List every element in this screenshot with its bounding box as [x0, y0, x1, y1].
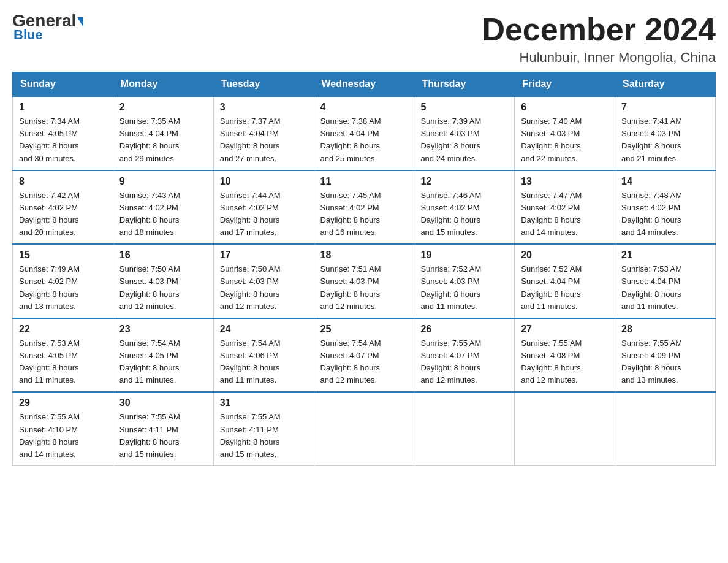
- day-info: Sunrise: 7:54 AM Sunset: 4:07 PM Dayligh…: [320, 337, 408, 387]
- calendar-week-row: 15Sunrise: 7:49 AM Sunset: 4:02 PM Dayli…: [13, 244, 716, 318]
- table-row: 14Sunrise: 7:48 AM Sunset: 4:02 PM Dayli…: [615, 170, 716, 245]
- day-number: 5: [420, 102, 508, 113]
- table-row: 23Sunrise: 7:54 AM Sunset: 4:05 PM Dayli…: [113, 318, 213, 393]
- day-info: Sunrise: 7:41 AM Sunset: 4:03 PM Dayligh…: [621, 115, 709, 165]
- location-subtitle: Hulunbuir, Inner Mongolia, China: [482, 50, 716, 66]
- table-row: [414, 392, 515, 465]
- day-info: Sunrise: 7:55 AM Sunset: 4:11 PM Dayligh…: [220, 411, 308, 461]
- day-number: 29: [19, 397, 107, 408]
- day-info: Sunrise: 7:50 AM Sunset: 4:03 PM Dayligh…: [119, 263, 207, 313]
- table-row: 27Sunrise: 7:55 AM Sunset: 4:08 PM Dayli…: [515, 318, 615, 393]
- table-row: 1Sunrise: 7:34 AM Sunset: 4:05 PM Daylig…: [13, 96, 113, 170]
- table-row: 16Sunrise: 7:50 AM Sunset: 4:03 PM Dayli…: [113, 244, 213, 318]
- table-row: 8Sunrise: 7:42 AM Sunset: 4:02 PM Daylig…: [13, 170, 113, 245]
- day-info: Sunrise: 7:52 AM Sunset: 4:04 PM Dayligh…: [521, 263, 609, 313]
- day-info: Sunrise: 7:48 AM Sunset: 4:02 PM Dayligh…: [621, 190, 709, 239]
- table-row: 25Sunrise: 7:54 AM Sunset: 4:07 PM Dayli…: [314, 318, 414, 393]
- table-row: 28Sunrise: 7:55 AM Sunset: 4:09 PM Dayli…: [615, 318, 716, 393]
- table-row: 2Sunrise: 7:35 AM Sunset: 4:04 PM Daylig…: [113, 96, 213, 170]
- table-row: 22Sunrise: 7:53 AM Sunset: 4:05 PM Dayli…: [13, 318, 113, 393]
- calendar-week-row: 1Sunrise: 7:34 AM Sunset: 4:05 PM Daylig…: [13, 96, 716, 170]
- table-row: [515, 392, 615, 465]
- day-info: Sunrise: 7:47 AM Sunset: 4:02 PM Dayligh…: [521, 190, 609, 239]
- table-row: 4Sunrise: 7:38 AM Sunset: 4:04 PM Daylig…: [314, 96, 414, 170]
- table-row: [314, 392, 414, 465]
- day-number: 3: [220, 102, 308, 113]
- calendar-week-row: 29Sunrise: 7:55 AM Sunset: 4:10 PM Dayli…: [13, 392, 716, 465]
- day-number: 27: [521, 324, 609, 335]
- table-row: 17Sunrise: 7:50 AM Sunset: 4:03 PM Dayli…: [213, 244, 314, 318]
- table-row: 5Sunrise: 7:39 AM Sunset: 4:03 PM Daylig…: [414, 96, 515, 170]
- day-number: 14: [621, 176, 709, 187]
- table-row: 13Sunrise: 7:47 AM Sunset: 4:02 PM Dayli…: [515, 170, 615, 245]
- day-number: 13: [521, 176, 609, 187]
- day-number: 2: [119, 102, 207, 113]
- day-number: 25: [320, 324, 408, 335]
- day-number: 26: [420, 324, 508, 335]
- day-info: Sunrise: 7:35 AM Sunset: 4:04 PM Dayligh…: [119, 115, 207, 165]
- day-info: Sunrise: 7:51 AM Sunset: 4:03 PM Dayligh…: [320, 263, 408, 313]
- day-info: Sunrise: 7:46 AM Sunset: 4:02 PM Dayligh…: [420, 190, 508, 239]
- day-info: Sunrise: 7:54 AM Sunset: 4:06 PM Dayligh…: [220, 337, 308, 387]
- calendar-week-row: 8Sunrise: 7:42 AM Sunset: 4:02 PM Daylig…: [13, 170, 716, 245]
- day-info: Sunrise: 7:52 AM Sunset: 4:03 PM Dayligh…: [420, 263, 508, 313]
- day-info: Sunrise: 7:45 AM Sunset: 4:02 PM Dayligh…: [320, 190, 408, 239]
- day-number: 20: [521, 250, 609, 261]
- calendar-week-row: 22Sunrise: 7:53 AM Sunset: 4:05 PM Dayli…: [13, 318, 716, 393]
- day-info: Sunrise: 7:55 AM Sunset: 4:07 PM Dayligh…: [420, 337, 508, 387]
- day-info: Sunrise: 7:37 AM Sunset: 4:04 PM Dayligh…: [220, 115, 308, 165]
- day-info: Sunrise: 7:55 AM Sunset: 4:10 PM Dayligh…: [19, 411, 107, 461]
- day-info: Sunrise: 7:49 AM Sunset: 4:02 PM Dayligh…: [19, 263, 107, 313]
- table-row: 3Sunrise: 7:37 AM Sunset: 4:04 PM Daylig…: [213, 96, 314, 170]
- table-row: 31Sunrise: 7:55 AM Sunset: 4:11 PM Dayli…: [213, 392, 314, 465]
- header-friday: Friday: [515, 72, 615, 97]
- day-number: 31: [220, 397, 308, 408]
- table-row: [615, 392, 716, 465]
- day-info: Sunrise: 7:44 AM Sunset: 4:02 PM Dayligh…: [220, 190, 308, 239]
- logo: General Blue: [12, 12, 83, 43]
- day-number: 6: [521, 102, 609, 113]
- table-row: 19Sunrise: 7:52 AM Sunset: 4:03 PM Dayli…: [414, 244, 515, 318]
- day-info: Sunrise: 7:50 AM Sunset: 4:03 PM Dayligh…: [220, 263, 308, 313]
- day-info: Sunrise: 7:39 AM Sunset: 4:03 PM Dayligh…: [420, 115, 508, 165]
- day-info: Sunrise: 7:38 AM Sunset: 4:04 PM Dayligh…: [320, 115, 408, 165]
- page-header: General Blue December 2024 Hulunbuir, In…: [12, 12, 716, 66]
- day-info: Sunrise: 7:42 AM Sunset: 4:02 PM Dayligh…: [19, 190, 107, 239]
- day-number: 18: [320, 250, 408, 261]
- day-number: 23: [119, 324, 207, 335]
- day-info: Sunrise: 7:55 AM Sunset: 4:11 PM Dayligh…: [119, 411, 207, 461]
- day-number: 7: [621, 102, 709, 113]
- table-row: 12Sunrise: 7:46 AM Sunset: 4:02 PM Dayli…: [414, 170, 515, 245]
- day-number: 8: [19, 176, 107, 187]
- day-info: Sunrise: 7:53 AM Sunset: 4:04 PM Dayligh…: [621, 263, 709, 313]
- table-row: 29Sunrise: 7:55 AM Sunset: 4:10 PM Dayli…: [13, 392, 113, 465]
- table-row: 24Sunrise: 7:54 AM Sunset: 4:06 PM Dayli…: [213, 318, 314, 393]
- logo-blue: Blue: [12, 27, 43, 43]
- header-wednesday: Wednesday: [314, 72, 414, 97]
- day-number: 21: [621, 250, 709, 261]
- day-number: 1: [19, 102, 107, 113]
- day-number: 10: [220, 176, 308, 187]
- day-number: 15: [19, 250, 107, 261]
- table-row: 18Sunrise: 7:51 AM Sunset: 4:03 PM Dayli…: [314, 244, 414, 318]
- day-info: Sunrise: 7:34 AM Sunset: 4:05 PM Dayligh…: [19, 115, 107, 165]
- table-row: 21Sunrise: 7:53 AM Sunset: 4:04 PM Dayli…: [615, 244, 716, 318]
- table-row: 10Sunrise: 7:44 AM Sunset: 4:02 PM Dayli…: [213, 170, 314, 245]
- title-area: December 2024 Hulunbuir, Inner Mongolia,…: [482, 12, 716, 66]
- table-row: 15Sunrise: 7:49 AM Sunset: 4:02 PM Dayli…: [13, 244, 113, 318]
- table-row: 7Sunrise: 7:41 AM Sunset: 4:03 PM Daylig…: [615, 96, 716, 170]
- day-number: 16: [119, 250, 207, 261]
- day-info: Sunrise: 7:55 AM Sunset: 4:08 PM Dayligh…: [521, 337, 609, 387]
- calendar-table: Sunday Monday Tuesday Wednesday Thursday…: [12, 72, 716, 466]
- day-number: 19: [420, 250, 508, 261]
- day-info: Sunrise: 7:53 AM Sunset: 4:05 PM Dayligh…: [19, 337, 107, 387]
- day-number: 17: [220, 250, 308, 261]
- table-row: 6Sunrise: 7:40 AM Sunset: 4:03 PM Daylig…: [515, 96, 615, 170]
- day-number: 24: [220, 324, 308, 335]
- day-number: 9: [119, 176, 207, 187]
- day-number: 28: [621, 324, 709, 335]
- table-row: 20Sunrise: 7:52 AM Sunset: 4:04 PM Dayli…: [515, 244, 615, 318]
- table-row: 30Sunrise: 7:55 AM Sunset: 4:11 PM Dayli…: [113, 392, 213, 465]
- day-number: 4: [320, 102, 408, 113]
- day-number: 30: [119, 397, 207, 408]
